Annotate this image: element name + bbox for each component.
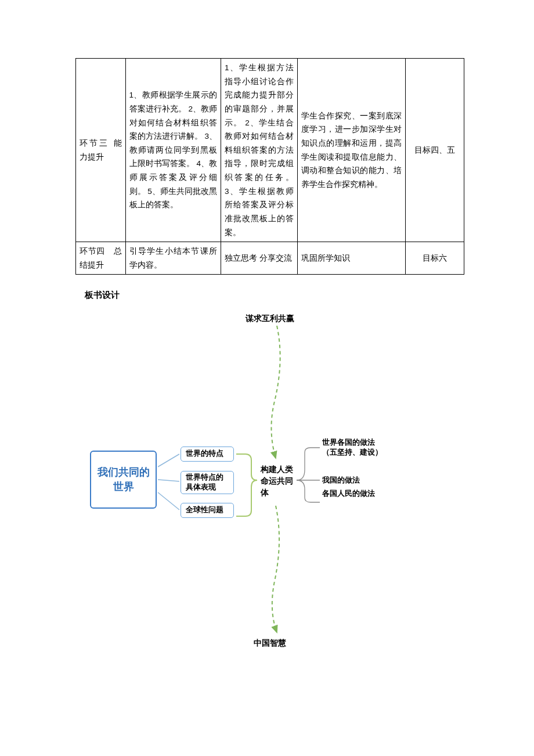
board-design-diagram: 谋求互利共赢 中国智慧 我们共同的世界 世界的特点 世界特点的具体表现 全球性问… [90, 308, 450, 674]
cell-goal: 目标四、五 [406, 59, 464, 242]
table-row: 环节四 总结提升 引导学生小结本节课所学内容。 独立思考 分享交流 巩固所学知识… [76, 242, 464, 275]
diagram-right-item: 我国的做法 [322, 475, 383, 485]
cell-teacher: 引导学生小结本节课所学内容。 [125, 242, 221, 275]
diagram-mid-box: 世界的特点 [181, 447, 234, 462]
cell-intent: 巩固所学知识 [297, 242, 405, 275]
cell-student: 1、学生根据方法指导小组讨论合作完成能力提升部分的审题部分，并展示。 2、学生结… [221, 59, 298, 242]
cell-student: 独立思考 分享交流 [221, 242, 298, 275]
diagram-right-item: 世界各国的做法（五坚持、建设） [322, 437, 383, 458]
cell-intent: 学生合作探究、一案到底深度学习，进一步加深学生对知识点的理解和运用，提高学生阅读… [297, 59, 405, 242]
diagram-mid-box: 全球性问题 [181, 503, 234, 518]
svg-line-1 [158, 480, 179, 481]
svg-line-0 [158, 454, 179, 467]
cell-goal: 目标六 [406, 242, 464, 275]
cell-teacher: 1、教师根据学生展示的答案进行补充。 2、教师对如何结合材料组织答案的方法进行讲… [125, 59, 221, 242]
cell-stage: 环节三 能力提升 [76, 59, 126, 242]
diagram-main-box: 我们共同的世界 [90, 451, 157, 509]
svg-line-2 [158, 492, 179, 510]
section-title: 板书设计 [75, 287, 464, 303]
diagram-mid-box: 世界特点的具体表现 [181, 471, 234, 494]
cell-stage: 环节四 总结提升 [76, 242, 126, 275]
diagram-right-item: 各国人民的做法 [322, 488, 383, 499]
lesson-table: 环节三 能力提升 1、教师根据学生展示的答案进行补充。 2、教师对如何结合材料组… [75, 58, 464, 275]
diagram-bottom-label: 中国智慧 [254, 636, 286, 650]
table-row: 环节三 能力提升 1、教师根据学生展示的答案进行补充。 2、教师对如何结合材料组… [76, 59, 464, 242]
diagram-top-label: 谋求互利共赢 [246, 312, 294, 326]
diagram-center-text: 构建人类命运共同体 [261, 463, 295, 499]
